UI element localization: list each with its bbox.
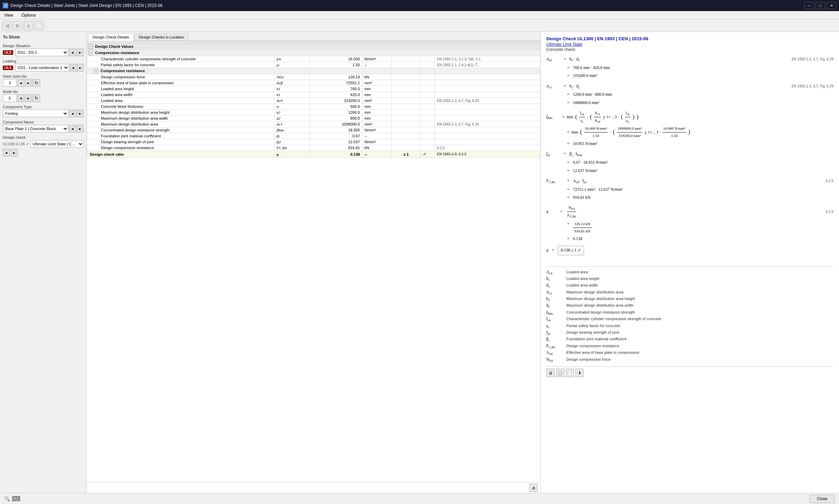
node-prev-btn[interactable]: ◄ — [17, 94, 24, 102]
left-panel: To Show Design Situation ULS DS1 - DS 1 … — [0, 32, 87, 493]
toolbar-export-btn[interactable]: 📄 — [34, 21, 44, 30]
rp-icon-4[interactable]: ⬇ — [575, 369, 584, 377]
table-row: Effective area of base plate in compress… — [87, 80, 540, 86]
minimize-button[interactable]: ─ — [804, 2, 814, 9]
table-row: Loaded area height b1 760.0 mm — [87, 86, 540, 92]
component-name-label: Component Name — [3, 120, 84, 124]
toolbar-forward-btn[interactable]: ▷ — [13, 21, 23, 30]
ratio-label-17: Design check ratio — [90, 152, 124, 156]
legend-bj: βj Foundation joint material coefficient — [546, 336, 833, 342]
legend-fck: fck Characteristic cylinder compressive … — [546, 316, 833, 322]
sj-refresh-btn[interactable]: ↻ — [33, 79, 40, 87]
table-row: Concentrated design resistance strength … — [87, 127, 540, 133]
co-next-btn[interactable]: ► — [77, 64, 84, 71]
col-header-unit — [362, 41, 391, 44]
co-prev-btn[interactable]: ◄ — [70, 64, 76, 71]
to-show-label: To Show — [3, 35, 84, 40]
ds-prev-btn[interactable]: ◄ — [69, 49, 76, 56]
calc-icon: 0.∑ — [12, 496, 20, 501]
row-label-9: Concrete block thickness — [101, 104, 143, 109]
expand-icon[interactable]: − — [88, 45, 93, 49]
legend-ned: NEd Design compression force — [546, 357, 833, 362]
check-code: UL1300 — [3, 142, 15, 146]
table-section-header: − Design Check Values — [87, 44, 540, 50]
row-label-11: Maximum design distribution area width — [101, 116, 168, 120]
close-button[interactable]: Close — [810, 495, 835, 503]
expand-icon-0[interactable]: − — [88, 51, 93, 55]
row-label-1: Characteristic cylinder compressive stre… — [101, 57, 196, 61]
tab-design-checks-location[interactable]: Design Checks in Location — [134, 33, 188, 41]
legend-gc: γc Partial safety factor for concrete — [546, 323, 833, 329]
row-label-4: Design compression force — [101, 75, 145, 79]
component-name-select[interactable]: Base Plate 1 | Concrete Block — [3, 125, 68, 133]
table-row: − Compression resistance — [87, 50, 540, 56]
table-row: Foundation joint material coefficient βj… — [87, 133, 540, 139]
loading-label: Loading — [3, 59, 84, 63]
table-print-btn[interactable]: 🖨 — [529, 484, 538, 492]
tab-design-check-details[interactable]: Design Check Details — [88, 33, 134, 41]
steel-joint-input[interactable] — [3, 79, 17, 87]
steel-joint-label: Steel Joint No. — [3, 74, 84, 78]
loading-select[interactable]: CO1 - Load combination 1 — [15, 64, 69, 71]
middle-panel: Design Check Details Design Checks in Lo… — [87, 32, 541, 493]
toolbar: ◁ ▷ ⌂ 📄 — [0, 19, 839, 32]
dc-next-btn[interactable]: ► — [11, 149, 18, 156]
legend-b1: b1 Loaded area height — [546, 276, 833, 282]
maximize-button[interactable]: □ — [815, 2, 825, 9]
check-pass-icon: ✓ — [26, 142, 29, 146]
col-header-symbol — [274, 41, 309, 44]
sj-prev-btn[interactable]: ◄ — [17, 79, 24, 87]
legend-section: Ac0 Loaded area b1 Loaded area height d1… — [546, 266, 833, 364]
row-label-16: Design compression resistance — [101, 146, 154, 150]
table-row: Characteristic cylinder compressive stre… — [87, 56, 540, 62]
ct-prev-btn[interactable]: ◄ — [69, 110, 76, 117]
table-row: Design compression resistance FC,Rd 916.… — [87, 145, 540, 151]
legend-fjd: fjd Design bearing strength of joint — [546, 330, 833, 335]
design-situation-select[interactable]: DS1 - DS 1 — [15, 49, 68, 56]
subsection-expand-3[interactable]: − — [94, 69, 98, 73]
check-ratio: 0.138 — [16, 142, 25, 146]
bottom-toolbar: 🔍 0.∑ Close — [0, 493, 839, 504]
app-icon: ⚙ — [3, 3, 8, 8]
ref-ac1: EN 1992-1-1, 6.7, Fig. 6.29 — [791, 83, 833, 89]
col-header-pass — [421, 41, 435, 44]
table-row: − Compression resistance — [87, 68, 540, 74]
col-header-description — [87, 41, 274, 44]
rp-icon-3[interactable]: 📄 — [566, 369, 574, 377]
node-next-btn[interactable]: ► — [25, 94, 32, 102]
rp-icon-2[interactable]: 📋 — [556, 369, 564, 377]
design-check-select[interactable]: Ultimate Limit State | C... — [30, 140, 84, 148]
menu-options[interactable]: Options — [19, 12, 38, 18]
ref-fcrd: 6.2.5 — [826, 178, 833, 184]
steel-joint-section: Steel Joint No. ◄ ► ↻ — [3, 74, 84, 87]
ds-next-btn[interactable]: ► — [77, 49, 84, 56]
cn-prev-btn[interactable]: ◄ — [69, 125, 76, 133]
legend-ac0: Ac0 Loaded area — [546, 270, 833, 275]
row-label-14: Foundation joint material coefficient — [101, 134, 161, 138]
ct-next-btn[interactable]: ► — [77, 110, 84, 117]
toolbar-back-btn[interactable]: ◁ — [2, 21, 12, 30]
cn-next-btn[interactable]: ► — [77, 125, 84, 133]
design-situation-label: Design Situation — [3, 44, 84, 48]
node-no-input[interactable] — [3, 94, 17, 102]
table-row: Loaded area Ac0 319200.0 mm² EN 1992-1-1… — [87, 98, 540, 104]
design-situation-section: Design Situation ULS DS1 - DS 1 ◄ ► — [3, 44, 84, 56]
window-title: Design Check Details | Steel Joints | St… — [10, 3, 162, 8]
component-type-section: Component Type Footing ◄ ► — [3, 105, 84, 117]
toolbar-home-btn[interactable]: ⌂ — [24, 21, 33, 30]
row-label-2: Partial safety factor for concrete — [101, 63, 155, 67]
table-row: Maximum design distribution area width d… — [87, 116, 540, 121]
menu-view[interactable]: View — [1, 12, 16, 18]
uls-badge-ds: ULS — [3, 50, 13, 55]
title-bar: ⚙ Design Check Details | Steel Joints | … — [0, 0, 839, 11]
tab-bar: Design Check Details Design Checks in Lo… — [87, 32, 540, 41]
table-row: Design bearing strength of joint fjd 12.… — [87, 139, 540, 145]
node-refresh-btn[interactable]: ↻ — [33, 94, 40, 102]
search-icon: 🔍 — [4, 496, 10, 502]
window-close-button[interactable]: ✕ — [827, 2, 836, 9]
dc-prev-btn[interactable]: ◄ — [3, 149, 10, 156]
rp-icon-1[interactable]: 🖨 — [546, 369, 555, 377]
component-type-select[interactable]: Footing — [3, 110, 68, 117]
sj-next-btn[interactable]: ► — [25, 79, 32, 87]
table-row: Design compression force NEd 126.14 kN — [87, 74, 540, 80]
